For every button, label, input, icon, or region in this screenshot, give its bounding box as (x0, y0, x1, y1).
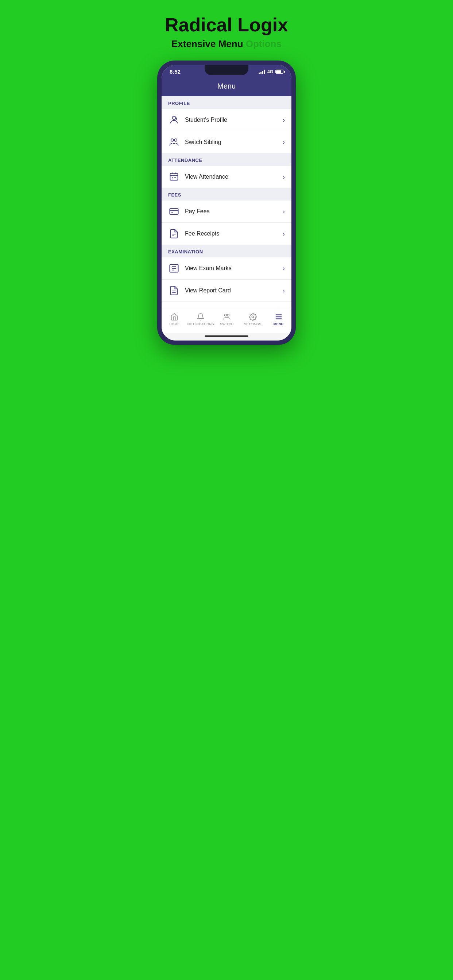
home-indicator-bar (205, 336, 248, 337)
switch-sibling-label: Switch Sibling (185, 139, 283, 145)
svg-point-0 (172, 116, 175, 119)
phone-inner: 8:52 4G Menu (161, 65, 292, 340)
student-profile-icon (168, 114, 180, 126)
home-nav-label: HOME (169, 322, 179, 326)
bottom-nav: HOME NOTIFICATIONS SWITCH (161, 308, 292, 333)
header-text: Radical Logix Extensive Menu Options (165, 14, 288, 49)
date-sheet-icon (168, 307, 180, 308)
pay-fees-icon (168, 205, 180, 217)
nav-item-notifications[interactable]: NOTIFICATIONS (187, 311, 214, 328)
chevron-icon: › (283, 208, 285, 215)
profile-items: Student's Profile › Switch Sibling › (161, 109, 292, 153)
exam-marks-icon (168, 262, 180, 274)
app-header-title: Menu (217, 82, 236, 90)
status-bar: 8:52 4G (161, 65, 292, 77)
menu-content[interactable]: PROFILE Student's Profile › Switch Sibli (161, 96, 292, 308)
svg-rect-10 (170, 208, 178, 215)
notification-icon (196, 312, 205, 321)
view-exam-marks-label: View Exam Marks (185, 265, 283, 272)
section-profile: PROFILE (161, 96, 292, 109)
subtitle-bold: Extensive Menu (171, 38, 243, 49)
student-profile-label: Student's Profile (185, 117, 283, 123)
menu-item-pay-fees[interactable]: Pay Fees › (161, 200, 292, 223)
signal-bar-1 (258, 73, 260, 74)
network-label: 4G (267, 69, 273, 75)
view-report-card-label: View Report Card (185, 287, 283, 294)
fee-receipts-icon (168, 228, 180, 240)
attendance-icon (168, 171, 180, 183)
svg-point-2 (174, 139, 177, 142)
menu-item-view-exam-marks[interactable]: View Exam Marks › (161, 258, 292, 280)
attendance-items: View Attendance › (161, 166, 292, 188)
menu-item-fee-receipts[interactable]: Fee Receipts › (161, 223, 292, 245)
switch-sibling-icon (168, 136, 180, 148)
signal-bars (258, 70, 265, 74)
svg-point-30 (225, 314, 227, 317)
header-subtitle: Extensive Menu Options (165, 38, 288, 49)
view-attendance-label: View Attendance (185, 173, 283, 180)
chevron-icon: › (283, 173, 285, 181)
signal-bar-2 (260, 72, 262, 74)
app-header: Menu (161, 77, 292, 96)
nav-item-home[interactable]: HOME (161, 311, 187, 328)
switch-nav-label: SWITCH (220, 322, 233, 326)
phone-notch (205, 65, 248, 75)
report-card-icon (168, 285, 180, 296)
page-wrapper: Radical Logix Extensive Menu Options 8:5… (135, 14, 318, 345)
nav-item-menu[interactable]: MENU (266, 311, 292, 328)
fees-items: Pay Fees › Fee Receipts › (161, 200, 292, 245)
settings-nav-label: SETTINGS (244, 322, 261, 326)
chevron-icon: › (283, 230, 285, 238)
menu-item-switch-sibling[interactable]: Switch Sibling › (161, 131, 292, 153)
menu-item-exam-date-sheet[interactable]: Exam Date Sheet › (161, 302, 292, 308)
status-time: 8:52 (170, 68, 180, 75)
svg-point-32 (252, 316, 254, 318)
fee-receipts-label: Fee Receipts (185, 231, 283, 237)
subtitle-light: Options (246, 38, 282, 49)
chevron-icon: › (283, 138, 285, 146)
settings-icon (248, 312, 257, 321)
svg-point-31 (227, 314, 230, 317)
pay-fees-label: Pay Fees (185, 208, 283, 215)
menu-item-students-profile[interactable]: Student's Profile › (161, 109, 292, 131)
signal-bar-3 (262, 71, 263, 74)
menu-nav-label: MENU (274, 322, 284, 326)
status-icons: 4G (258, 69, 283, 75)
svg-rect-3 (170, 173, 178, 180)
section-fees: FEES (161, 188, 292, 200)
switch-icon (222, 312, 231, 321)
home-icon (170, 312, 179, 321)
section-attendance: ATTENDANCE (161, 153, 292, 166)
app-title: Radical Logix (165, 14, 288, 35)
examination-items: View Exam Marks › View Report Card › (161, 258, 292, 308)
chevron-icon: › (283, 116, 285, 124)
menu-item-view-attendance[interactable]: View Attendance › (161, 166, 292, 188)
nav-item-switch[interactable]: SWITCH (214, 311, 240, 328)
menu-item-view-report-card[interactable]: View Report Card › (161, 280, 292, 302)
nav-item-settings[interactable]: SETTINGS (239, 311, 266, 328)
svg-point-1 (171, 139, 174, 142)
phone-frame: 8:52 4G Menu (157, 60, 296, 345)
home-indicator (161, 333, 292, 340)
battery-fill (276, 70, 281, 73)
chevron-icon: › (283, 287, 285, 294)
battery-icon (275, 70, 283, 74)
notifications-nav-label: NOTIFICATIONS (187, 322, 214, 326)
signal-bar-4 (264, 70, 265, 74)
menu-icon (274, 312, 283, 321)
chevron-icon: › (283, 265, 285, 272)
section-examination: EXAMINATION (161, 245, 292, 258)
